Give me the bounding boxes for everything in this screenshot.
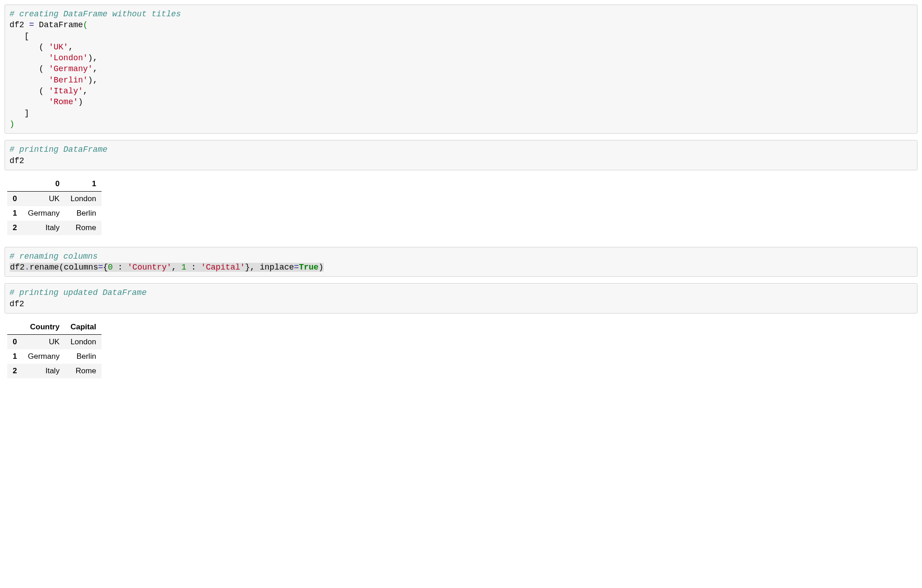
output-area-2: Country Capital 0 UK London 1 Germany Be… bbox=[7, 320, 917, 378]
table-row: 0 UK London bbox=[7, 191, 102, 206]
row-index: 1 bbox=[7, 206, 22, 221]
code-token: : bbox=[186, 263, 201, 272]
row-index: 2 bbox=[7, 364, 22, 378]
code-token: = bbox=[294, 263, 299, 272]
code-token: ) bbox=[319, 263, 324, 272]
output-area-1: 0 1 0 UK London 1 Germany Berlin 2 Italy… bbox=[7, 177, 917, 235]
code-token: df2 bbox=[10, 299, 24, 308]
code-token: df2 bbox=[10, 156, 24, 165]
code-cell-4[interactable]: # printing updated DataFrame df2 bbox=[5, 283, 917, 313]
code-string: 'Berlin' bbox=[49, 76, 87, 85]
table-cell: Rome bbox=[65, 364, 102, 378]
code-token: ) bbox=[10, 120, 15, 129]
code-token: ), bbox=[88, 53, 98, 63]
code-cell-2[interactable]: # printing DataFrame df2 bbox=[5, 140, 917, 170]
code-token: , inplace bbox=[250, 263, 294, 272]
code-comment: # printing DataFrame bbox=[10, 145, 107, 154]
code-string: 'UK' bbox=[49, 43, 68, 52]
row-index: 2 bbox=[7, 221, 22, 235]
code-token bbox=[10, 97, 49, 106]
code-string: 'Rome' bbox=[49, 97, 78, 106]
code-string: 'Capital' bbox=[201, 263, 245, 272]
code-token: DataFrame bbox=[34, 20, 83, 29]
code-token: { bbox=[103, 263, 108, 272]
table-cell: Germany bbox=[22, 349, 65, 364]
code-token: ( bbox=[10, 43, 49, 52]
code-string: 'Germany' bbox=[49, 64, 92, 73]
row-index: 1 bbox=[7, 349, 22, 364]
row-index: 0 bbox=[7, 191, 22, 206]
code-token: ( bbox=[10, 64, 49, 73]
code-token: ), bbox=[88, 76, 98, 85]
table-cell: Rome bbox=[65, 221, 102, 235]
code-token: [ bbox=[10, 32, 29, 41]
column-header: Capital bbox=[65, 320, 102, 335]
code-token: : bbox=[113, 263, 127, 272]
code-comment: # printing updated DataFrame bbox=[10, 288, 146, 297]
table-cell: Italy bbox=[22, 221, 65, 235]
code-token: } bbox=[245, 263, 250, 272]
code-token: df2 bbox=[10, 263, 24, 272]
row-index: 0 bbox=[7, 335, 22, 350]
column-header: 1 bbox=[65, 177, 102, 192]
column-header: 0 bbox=[22, 177, 65, 192]
dataframe-table-2: Country Capital 0 UK London 1 Germany Be… bbox=[7, 320, 102, 378]
table-row: 2 Italy Rome bbox=[7, 221, 102, 235]
table-cell: Italy bbox=[22, 364, 65, 378]
code-string: 'London' bbox=[49, 53, 87, 63]
code-token: ( bbox=[10, 87, 49, 96]
column-header: Country bbox=[22, 320, 65, 335]
table-row: 1 Germany Berlin bbox=[7, 206, 102, 221]
code-cell-3[interactable]: # renaming columns df2.rename(columns={0… bbox=[5, 247, 917, 277]
table-cell: London bbox=[65, 191, 102, 206]
code-token bbox=[10, 76, 49, 85]
code-number: 1 bbox=[181, 263, 186, 272]
table-cell: UK bbox=[22, 191, 65, 206]
table-row: 2 Italy Rome bbox=[7, 364, 102, 378]
code-keyword: True bbox=[299, 263, 318, 272]
code-token: , bbox=[68, 43, 73, 52]
table-cell: UK bbox=[22, 335, 65, 350]
table-row: 1 Germany Berlin bbox=[7, 349, 102, 364]
table-cell: Berlin bbox=[65, 349, 102, 364]
table-cell: London bbox=[65, 335, 102, 350]
table-cell: Germany bbox=[22, 206, 65, 221]
table-row: 0 UK London bbox=[7, 335, 102, 350]
dataframe-table-1: 0 1 0 UK London 1 Germany Berlin 2 Italy… bbox=[7, 177, 102, 235]
code-token: ( bbox=[83, 20, 88, 29]
code-cell-1[interactable]: # creating DataFrame without titles df2 … bbox=[5, 5, 917, 134]
code-token: , bbox=[172, 263, 182, 272]
code-comment: # renaming columns bbox=[10, 252, 97, 261]
code-token: ) bbox=[78, 97, 83, 106]
code-string: 'Italy' bbox=[49, 87, 83, 96]
code-token: rename(columns bbox=[29, 263, 98, 272]
code-token: , bbox=[93, 64, 98, 73]
code-token bbox=[10, 53, 49, 63]
code-number: 0 bbox=[108, 263, 113, 272]
code-token: df2 bbox=[10, 20, 29, 29]
code-token: = bbox=[29, 20, 34, 29]
code-token: = bbox=[98, 263, 103, 272]
code-token: ] bbox=[10, 109, 29, 118]
table-cell: Berlin bbox=[65, 206, 102, 221]
code-token: . bbox=[24, 263, 29, 272]
code-comment: # creating DataFrame without titles bbox=[10, 10, 181, 19]
code-token: , bbox=[83, 87, 88, 96]
code-string: 'Country' bbox=[127, 263, 171, 272]
